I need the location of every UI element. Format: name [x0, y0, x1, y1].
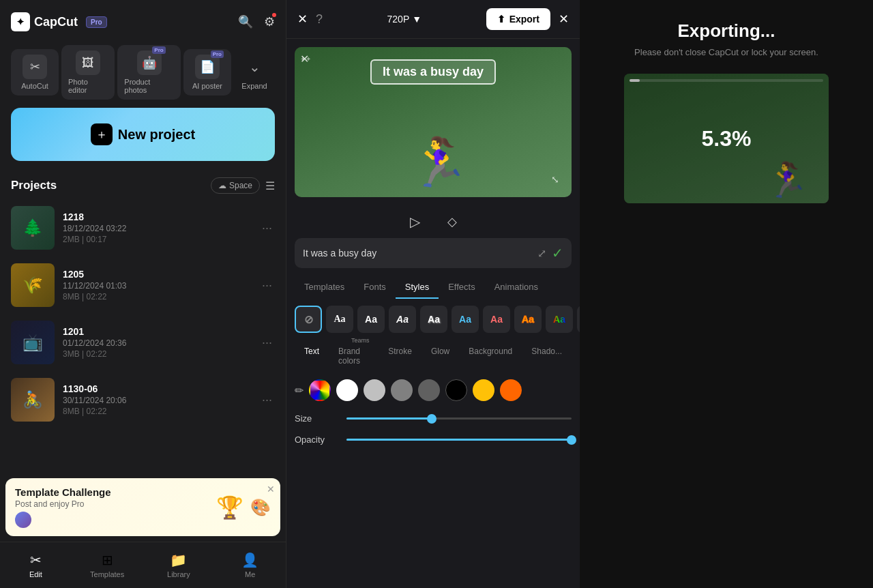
header-icons: 🔍 ⚙ [238, 14, 275, 29]
sub-tab-background[interactable]: Background [459, 342, 522, 370]
banner-close-button[interactable]: ✕ [267, 484, 275, 495]
tab-templates[interactable]: Templates [295, 276, 354, 299]
library-nav-icon: 📁 [170, 552, 187, 568]
new-project-button[interactable]: ＋ New project [11, 108, 275, 161]
expand-label: Expand [241, 82, 267, 90]
ai-poster-tool[interactable]: 📄 Pro AI poster [183, 49, 231, 95]
project-thumb-1130-06: 🚴 [11, 378, 55, 422]
nav-item-edit[interactable]: ✂ Edit [0, 548, 72, 583]
color-swatch-rainbow[interactable] [309, 379, 331, 401]
size-label: Size [295, 413, 336, 424]
app-logo: ✦ CapCut [11, 12, 78, 31]
nav-item-me[interactable]: 👤 Me [214, 548, 286, 583]
style-option-5[interactable]: Aa [452, 306, 479, 333]
style-option-4[interactable]: Aa [420, 306, 447, 333]
sub-tab-text[interactable]: Text [295, 342, 329, 370]
color-swatch-black[interactable] [445, 379, 467, 401]
project-date-1218: 18/12/2024 03:22 [63, 224, 251, 233]
teams-label: Teams [351, 337, 370, 344]
list-item[interactable]: 🚴 1130-06 30/11/2024 20:06 8MB | 02:22 ·… [5, 371, 280, 428]
confirm-text-button[interactable]: ✓ [552, 245, 563, 261]
play-button[interactable]: ▷ [410, 214, 420, 230]
photo-editor-tool[interactable]: 🖼 Photo editor [61, 45, 115, 100]
nav-item-library[interactable]: 📁 Library [143, 548, 215, 583]
sub-tab-brand-colors[interactable]: Brand colors [329, 342, 379, 370]
banner-subtitle: Post and enjoy Pro [15, 499, 209, 509]
tab-fonts[interactable]: Fonts [354, 276, 396, 299]
caption-text-overlay[interactable]: It was a busy day [370, 59, 496, 85]
color-swatch-medium-gray[interactable] [391, 379, 413, 401]
editor-topbar: ✕ ? 720P ▼ ⬆ Export ✕ [286, 0, 580, 39]
size-slider[interactable] [346, 417, 572, 420]
size-slider-thumb[interactable] [427, 414, 436, 424]
expand-text-icon[interactable]: ⤢ [537, 247, 546, 260]
keyframe-button[interactable]: ◇ [447, 214, 457, 229]
style-option-3[interactable]: Aa [389, 306, 416, 333]
pen-icon[interactable]: ✏ [295, 384, 304, 397]
edit-nav-label: Edit [29, 570, 42, 578]
more-button-1205[interactable]: ··· [259, 276, 275, 295]
more-button-1201[interactable]: ··· [259, 333, 275, 353]
resize-handle-icon[interactable]: ⤡ [551, 174, 559, 185]
tab-effects[interactable]: Effects [439, 276, 485, 299]
caption-close-button[interactable]: ✕ [300, 53, 309, 65]
expand-icon: ⌄ [242, 55, 267, 79]
figure-silhouette: 🏃‍♀️ [409, 134, 469, 190]
project-info-1201: 1201 01/12/2024 20:36 3MB | 02:22 [63, 326, 251, 359]
close-editor-button[interactable]: ✕ [297, 12, 308, 27]
ai-poster-label: AI poster [192, 82, 222, 90]
me-nav-label: Me [245, 570, 255, 578]
help-button[interactable]: ? [316, 12, 323, 27]
sub-tab-glow[interactable]: Glow [421, 342, 459, 370]
logo-icon: ✦ [11, 12, 30, 31]
library-nav-label: Library [167, 570, 190, 578]
style-option-2[interactable]: Aa [357, 306, 385, 333]
expand-tools-button[interactable]: ⌄ Expand [234, 49, 275, 95]
search-icon[interactable]: 🔍 [238, 14, 253, 29]
list-item[interactable]: 🌾 1205 11/12/2024 01:03 8MB | 02:22 ··· [5, 256, 280, 314]
sub-tab-stroke[interactable]: Stroke [379, 342, 421, 370]
project-thumb-1218: 🌲 [11, 206, 55, 250]
project-stats-1218: 2MB | 00:17 [63, 235, 251, 244]
space-button[interactable]: ☁ Space [211, 177, 260, 194]
resolution-selector[interactable]: 720P ▼ [387, 14, 422, 25]
style-option-8[interactable]: Aa [546, 306, 573, 333]
color-swatch-orange[interactable] [500, 379, 522, 401]
opacity-slider[interactable] [346, 439, 572, 441]
style-option-7[interactable]: Aa [514, 306, 542, 333]
product-photos-tool[interactable]: 🤖 Pro Product photos [117, 45, 181, 100]
style-none-option[interactable]: ⊘ [295, 306, 322, 333]
color-swatch-dark-gray[interactable] [418, 379, 440, 401]
close-window-button[interactable]: ✕ [559, 12, 569, 27]
export-progress-overlay: 5.3% [624, 74, 829, 203]
resolution-dropdown-icon: ▼ [412, 14, 421, 25]
tab-styles[interactable]: Styles [396, 276, 439, 299]
project-stats-1205: 8MB | 02:22 [63, 292, 251, 302]
center-panel: ✕ ? 720P ▼ ⬆ Export ✕ 🏃‍♀️ ✦✦ ✕ It was a… [286, 0, 580, 588]
left-panel: ✦ CapCut Pro 🔍 ⚙ ✂ AutoCut 🖼 Photo edito… [0, 0, 286, 588]
opacity-slider-thumb[interactable] [567, 435, 576, 445]
export-button[interactable]: ⬆ Export [486, 8, 550, 30]
autocut-tool[interactable]: ✂ AutoCut [11, 49, 59, 95]
list-item[interactable]: 📺 1201 01/12/2024 20:36 3MB | 02:22 ··· [5, 314, 280, 371]
tab-animations[interactable]: Animations [485, 276, 548, 299]
autocut-label: AutoCut [21, 82, 48, 90]
list-item[interactable]: 🌲 1218 18/12/2024 03:22 2MB | 00:17 ··· [5, 199, 280, 256]
templates-nav-label: Templates [90, 570, 124, 578]
style-option-6[interactable]: Aa [483, 306, 510, 333]
caption-text-input[interactable] [303, 248, 532, 259]
color-swatch-yellow[interactable] [473, 379, 494, 401]
notification-icon[interactable]: ⚙ [264, 14, 275, 29]
project-info-1130-06: 1130-06 30/11/2024 20:06 8MB | 02:22 [63, 383, 251, 416]
style-options-row: ⊘ Aa Aa Aa Aa Aa Aa Aa Aa Aa [286, 299, 580, 340]
style-option-1[interactable]: Aa [326, 306, 353, 333]
nav-item-templates[interactable]: ⊞ Templates [72, 548, 143, 583]
more-button-1130-06[interactable]: ··· [259, 390, 275, 410]
color-swatch-white[interactable] [336, 379, 358, 401]
product-photos-label: Product photos [124, 78, 174, 94]
product-photos-pro-tag: Pro [152, 46, 165, 54]
more-button-1218[interactable]: ··· [259, 218, 275, 238]
filter-icon[interactable]: ☰ [265, 179, 275, 192]
sub-tab-shadow[interactable]: Shado... [522, 342, 572, 370]
color-swatch-light-gray[interactable] [364, 379, 385, 401]
